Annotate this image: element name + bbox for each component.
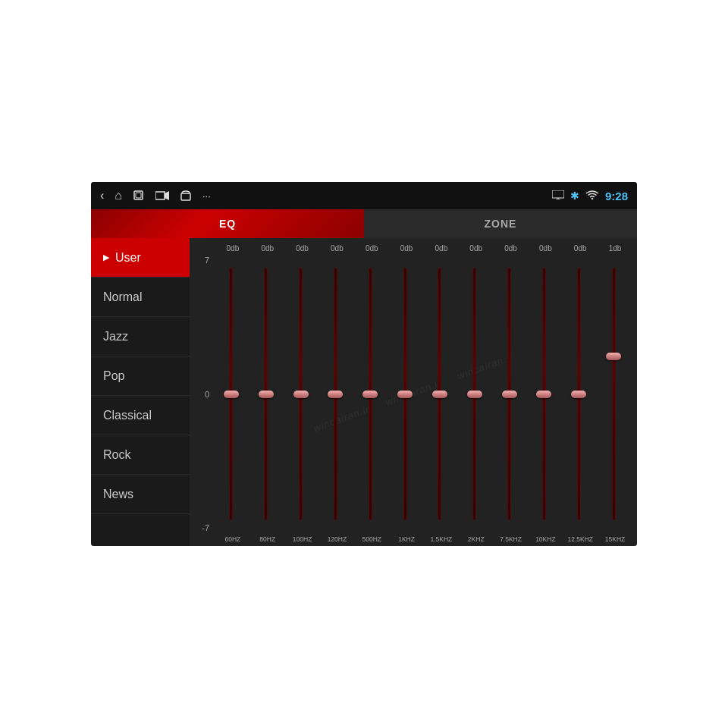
eq-handle-2[interactable]: [293, 391, 309, 398]
eq-handle-0[interactable]: [224, 391, 239, 398]
eq-track-1[interactable]: [264, 268, 268, 519]
eq-track-6[interactable]: [438, 268, 441, 519]
sidebar-item-normal[interactable]: Normal: [91, 278, 190, 317]
eq-y-label-0: 7: [205, 256, 209, 265]
sidebar-item-jazz[interactable]: Jazz: [91, 317, 190, 356]
eq-y-axis: 70-7: [194, 254, 212, 534]
eq-y-label-2: -7: [202, 523, 209, 532]
svg-point-8: [592, 197, 593, 199]
eq-track-5[interactable]: [403, 268, 407, 519]
sidebar-label-classical: Classical: [103, 409, 152, 422]
svg-rect-1: [136, 193, 141, 198]
eq-track-wrapper-2: [284, 254, 318, 534]
time-display: 9:28: [605, 190, 628, 202]
eq-db-label-10: 0db: [563, 244, 598, 253]
eq-track-wrapper-8: [492, 254, 527, 534]
eq-freq-label-3: 120HZ: [319, 535, 354, 543]
eq-track-9[interactable]: [542, 268, 546, 519]
main-content: ▶ User Normal Jazz Pop Classical Rock Ne…: [91, 238, 637, 546]
eq-slider-col-1: [249, 254, 284, 534]
play-arrow-icon: ▶: [103, 253, 109, 262]
eq-freq-label-0: 60HZ: [215, 535, 250, 543]
eq-handle-7[interactable]: [467, 391, 482, 398]
sidebar-item-classical[interactable]: Classical: [91, 396, 190, 435]
eq-handle-3[interactable]: [328, 391, 343, 398]
eq-freq-label-9: 10KHZ: [528, 535, 563, 543]
eq-slider-col-5: [388, 254, 422, 534]
status-bar-left: ‹ ⌂ ···: [100, 189, 211, 202]
eq-db-label-2: 0db: [285, 244, 320, 253]
eq-freq-label-10: 12.5KHZ: [563, 535, 598, 543]
eq-track-3[interactable]: [334, 268, 337, 519]
tab-eq[interactable]: EQ: [91, 209, 364, 238]
eq-handle-9[interactable]: [536, 391, 551, 398]
sidebar-label-user: User: [115, 251, 141, 265]
sidebar: ▶ User Normal Jazz Pop Classical Rock Ne…: [91, 238, 190, 546]
sidebar-label-pop: Pop: [103, 369, 124, 383]
eq-track-wrapper-9: [526, 254, 561, 534]
cast-icon: [552, 190, 564, 202]
tab-zone[interactable]: ZONE: [364, 209, 637, 238]
eq-handle-6[interactable]: [432, 391, 447, 398]
sidebar-label-jazz: Jazz: [103, 330, 128, 344]
back-button[interactable]: ‹: [100, 189, 104, 202]
eq-db-label-3: 0db: [319, 244, 354, 253]
recent-apps-button[interactable]: [133, 190, 145, 202]
eq-handle-4[interactable]: [362, 391, 378, 398]
eq-freq-label-5: 1KHZ: [389, 535, 424, 543]
sidebar-item-pop[interactable]: Pop: [91, 356, 190, 396]
eq-y-label-1: 0: [205, 390, 209, 399]
eq-slider-col-9: [526, 254, 561, 534]
eq-track-4[interactable]: [369, 268, 372, 519]
eq-freq-label-2: 100HZ: [285, 535, 320, 543]
svg-marker-3: [165, 191, 169, 200]
sidebar-label-normal: Normal: [103, 290, 143, 304]
eq-track-0[interactable]: [229, 268, 233, 519]
eq-handle-8[interactable]: [502, 391, 517, 398]
status-bar-right: ✱ 9:28: [552, 190, 628, 202]
status-bar: ‹ ⌂ ···: [91, 182, 637, 209]
eq-panel: wincairan.ir wincairan.ir wincairan.ir 0…: [190, 238, 637, 546]
eq-track-wrapper-1: [249, 254, 284, 534]
wifi-icon: [585, 190, 599, 202]
tabs: EQ ZONE: [91, 209, 637, 238]
home-button[interactable]: ⌂: [115, 189, 122, 202]
sidebar-label-rock: Rock: [103, 448, 130, 462]
eq-handle-11[interactable]: [606, 353, 621, 360]
eq-track-8[interactable]: [507, 268, 511, 519]
eq-handle-5[interactable]: [397, 391, 413, 398]
eq-freq-label-7: 2KHZ: [459, 535, 494, 543]
eq-db-label-8: 0db: [494, 244, 529, 253]
svg-rect-4: [181, 193, 190, 200]
eq-track-wrapper-7: [457, 254, 492, 534]
eq-top-labels: 0db0db0db0db0db0db0db0db0db0db0db1db: [194, 244, 632, 254]
eq-track-wrapper-3: [318, 254, 353, 534]
eq-track-2[interactable]: [299, 268, 303, 519]
sidebar-item-rock[interactable]: Rock: [91, 435, 190, 475]
svg-rect-5: [552, 190, 564, 198]
sidebar-item-user[interactable]: ▶ User: [91, 238, 190, 278]
bag-button[interactable]: [180, 190, 192, 202]
eq-freq-label-4: 500HZ: [354, 535, 389, 543]
eq-track-wrapper-11: [596, 254, 631, 534]
eq-freq-label-11: 15KHZ: [598, 535, 632, 543]
eq-track-wrapper-5: [388, 254, 422, 534]
eq-track-7[interactable]: [472, 268, 476, 519]
eq-freq-label-1: 80HZ: [250, 535, 285, 543]
eq-track-wrapper-6: [422, 254, 457, 534]
eq-handle-10[interactable]: [571, 391, 586, 398]
camera-button[interactable]: [155, 190, 169, 201]
eq-track-11[interactable]: [612, 268, 616, 519]
eq-center-area: 70-7: [194, 254, 632, 534]
eq-db-label-5: 0db: [389, 244, 424, 253]
eq-freq-labels: 60HZ80HZ100HZ120HZ500HZ1KHZ1.5KHZ2KHZ7.5…: [194, 534, 632, 543]
eq-track-wrapper-0: [214, 254, 249, 534]
eq-track-10[interactable]: [577, 268, 581, 519]
eq-db-label-0: 0db: [215, 244, 250, 253]
eq-freq-label-6: 1.5KHZ: [424, 535, 459, 543]
eq-slider-col-2: [284, 254, 318, 534]
sidebar-item-news[interactable]: News: [91, 475, 190, 514]
eq-handle-1[interactable]: [259, 391, 274, 398]
eq-db-label-1: 0db: [250, 244, 285, 253]
more-button[interactable]: ···: [202, 190, 211, 202]
